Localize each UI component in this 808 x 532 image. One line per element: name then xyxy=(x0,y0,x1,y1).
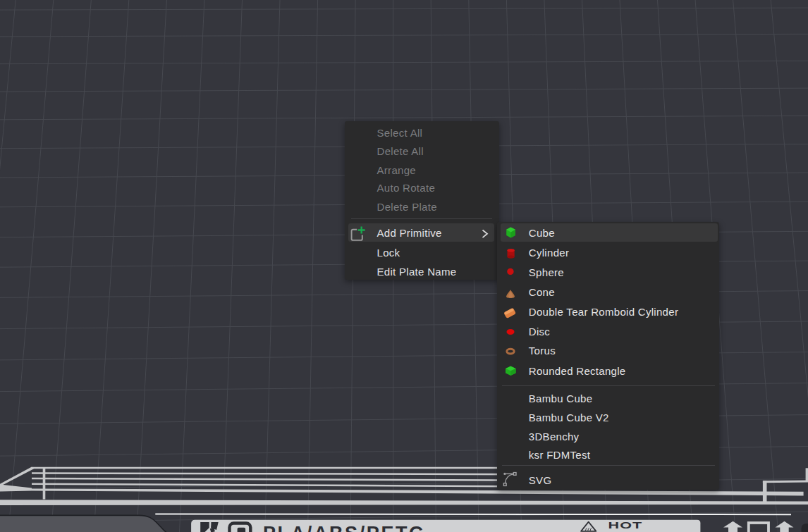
svg-text:PLA/ABS/PETG: PLA/ABS/PETG xyxy=(263,523,426,532)
svg-text:HOT: HOT xyxy=(608,521,643,531)
